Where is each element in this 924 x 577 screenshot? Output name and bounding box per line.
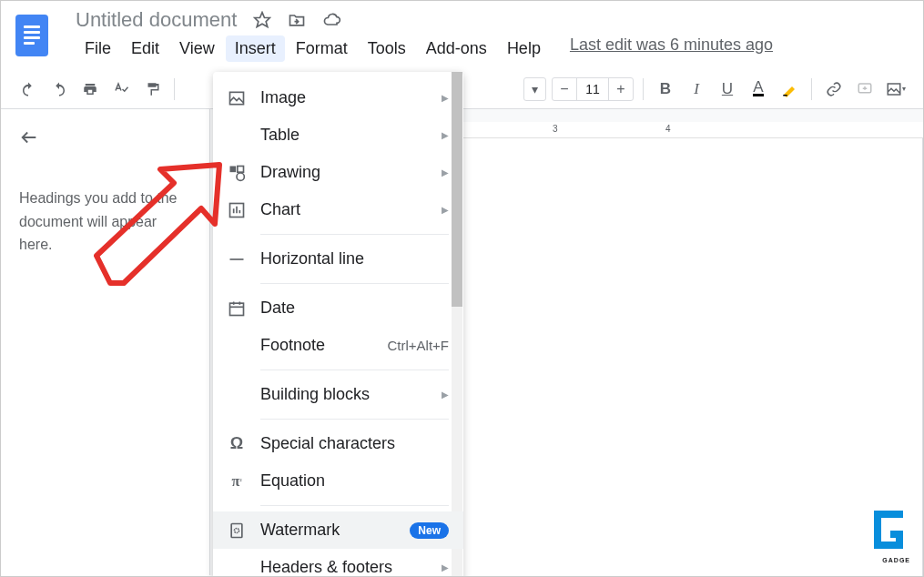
new-badge: New [410,522,449,539]
drawing-icon [228,164,246,182]
cloud-status-icon[interactable] [322,11,342,29]
menu-file[interactable]: File [76,35,120,62]
redo-button[interactable] [46,76,72,102]
menu-tools[interactable]: Tools [359,35,415,62]
spellcheck-button[interactable] [108,76,134,102]
document-title[interactable]: Untitled document [76,8,237,32]
docs-logo-icon[interactable] [15,15,48,56]
format-paint-button[interactable] [139,76,165,102]
edit-status-link[interactable]: Last edit was 6 minutes ago [570,35,773,62]
undo-button[interactable] [15,76,41,102]
submenu-arrow-icon: ▶ [442,167,449,177]
svg-rect-6 [238,166,244,172]
date-icon [228,299,246,318]
svg-rect-4 [230,166,237,172]
insert-menu-dropdown: Image ▶ Table ▶ Drawing ▶ Chart ▶ Horizo… [213,72,463,577]
hline-icon [228,250,246,268]
font-family-selector[interactable]: ▾ [523,77,546,101]
menu-item-date[interactable]: Date [213,289,463,327]
outline-hint-text: Headings you add to the document will ap… [19,187,191,257]
add-comment-button[interactable] [852,76,878,102]
menu-item-chart[interactable]: Chart ▶ [213,191,463,228]
menu-edit[interactable]: Edit [122,35,168,62]
menubar: File Edit View Insert Format Tools Add-o… [76,35,909,62]
image-icon [228,89,246,107]
menu-item-footnote[interactable]: Footnote Ctrl+Alt+F [213,327,463,364]
font-size-control[interactable]: − 11 + [552,77,634,101]
menu-format[interactable]: Format [287,35,357,62]
italic-button[interactable]: I [684,76,709,102]
underline-button[interactable]: U [715,76,740,102]
font-increase-button[interactable]: + [609,81,633,97]
svg-rect-13 [231,523,242,537]
bold-button[interactable]: B [653,76,678,102]
menu-item-special-characters[interactable]: Ω Special characters [213,425,463,462]
svg-rect-9 [230,303,244,315]
submenu-arrow-icon: ▶ [442,390,449,400]
menu-item-equation[interactable]: π² Equation [213,462,463,500]
outline-panel: Headings you add to the document will ap… [1,109,210,575]
star-icon[interactable] [253,11,271,29]
watermark-logo: GADGE [868,509,910,563]
menu-insert[interactable]: Insert [226,35,285,62]
submenu-arrow-icon: ▶ [442,93,449,103]
menu-help[interactable]: Help [498,35,550,62]
menu-item-building-blocks[interactable]: Building blocks ▶ [213,376,463,413]
chart-icon [228,201,246,219]
insert-link-button[interactable] [821,76,847,102]
menu-item-headers-footers[interactable]: Headers & footers ▶ [213,549,463,577]
menu-addons[interactable]: Add-ons [417,35,496,62]
svg-point-5 [237,173,244,180]
submenu-arrow-icon: ▶ [442,205,449,215]
omega-icon: Ω [228,435,246,453]
menu-item-horizontal-line[interactable]: Horizontal line [213,240,463,278]
outline-collapse-icon[interactable] [19,127,191,150]
font-size-value[interactable]: 11 [576,78,609,100]
menu-item-watermark[interactable]: Watermark New [213,511,463,549]
insert-image-button[interactable]: ▾ [883,76,909,102]
menu-item-image[interactable]: Image ▶ [213,79,463,116]
pi-icon: π² [228,472,246,491]
svg-point-14 [235,528,239,532]
menu-view[interactable]: View [170,35,224,62]
highlight-button[interactable] [777,76,802,102]
menu-item-drawing[interactable]: Drawing ▶ [213,154,463,191]
font-decrease-button[interactable]: − [553,81,576,97]
text-color-button[interactable]: A [746,76,771,102]
submenu-arrow-icon: ▶ [442,130,449,140]
print-button[interactable] [77,76,103,102]
watermark-icon [228,521,246,540]
submenu-arrow-icon: ▶ [442,562,449,572]
svg-marker-0 [255,13,270,27]
move-icon[interactable] [288,11,306,29]
menu-item-table[interactable]: Table ▶ [213,116,463,154]
